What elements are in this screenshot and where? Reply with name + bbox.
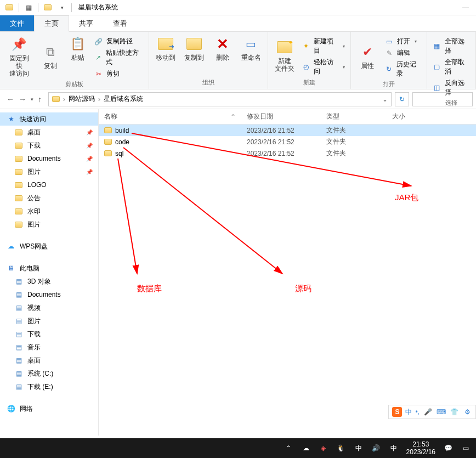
ribbon-group-new: 新建 文件夹 ✦ 新建项目▾ ◴ 轻松访问▾ 新建 — [268, 32, 351, 89]
ime-taskbar-icon[interactable]: 中 — [354, 443, 364, 453]
security-icon[interactable]: ◈ — [319, 443, 328, 453]
folder-qat-icon[interactable] — [43, 3, 53, 13]
select-none-button[interactable]: ▢ 全部取消 — [432, 57, 471, 77]
edit-button[interactable]: ✎ 编辑 — [384, 48, 422, 58]
tray-up-icon[interactable]: ⌃ — [284, 443, 293, 453]
col-name[interactable]: 名称⌃ — [99, 109, 241, 124]
keyboard-icon[interactable]: ⌨ — [436, 407, 446, 417]
refresh-button[interactable]: ↻ — [395, 92, 409, 106]
move-to-button[interactable]: ➜ 移动到 — [154, 34, 178, 63]
folder-icon — [14, 220, 23, 229]
mic-icon[interactable]: 🎤 — [423, 407, 433, 417]
onedrive-icon[interactable]: ☁ — [301, 443, 311, 453]
move-to-icon: ➜ — [157, 35, 174, 53]
skin-icon[interactable]: 👕 — [449, 407, 459, 417]
sidebar-item[interactable]: ▤图片 — [0, 314, 98, 327]
properties-qat-icon[interactable]: ▦ — [24, 3, 33, 13]
notifications-icon[interactable]: 💬 — [443, 443, 453, 453]
sogou-icon[interactable]: S — [392, 407, 402, 417]
tab-home[interactable]: 主页 — [34, 15, 69, 32]
pin-to-quick-button[interactable]: 📌 固定到快 速访问 — [4, 34, 34, 79]
toolbox-icon[interactable]: ⚙ — [462, 407, 472, 417]
drive-icon: ▤ — [14, 330, 23, 338]
delete-button[interactable]: ✕ 删除 — [211, 34, 235, 63]
back-button[interactable]: ← — [7, 95, 14, 104]
pc-icon: 🖥 — [7, 264, 15, 273]
breadcrumb[interactable]: › 网站源码 › 星盾域名系统 ⌄ — [48, 92, 392, 106]
cut-button[interactable]: ✂ 剪切 — [93, 69, 144, 79]
qat-customize-icon[interactable]: ▾ — [57, 3, 67, 13]
sidebar: ★ 快速访问 桌面📌下载📌Documents📌图片📌LOGO公告水印图片 ☁ W… — [0, 109, 99, 436]
open-button[interactable]: ▭ 打开▾ — [384, 36, 422, 47]
sidebar-item[interactable]: ▤音乐 — [0, 341, 98, 354]
tab-share[interactable]: 共享 — [69, 15, 103, 31]
star-icon: ★ — [7, 115, 15, 123]
sidebar-item[interactable]: ▤Documents — [0, 288, 98, 301]
svg-line-1 — [123, 148, 282, 274]
annotation-src: 源码 — [295, 284, 311, 294]
sidebar-item[interactable]: ▤视频 — [0, 301, 98, 314]
paste-button[interactable]: 📋 粘贴 — [67, 34, 89, 63]
minimize-button[interactable]: — — [457, 0, 474, 15]
sidebar-item[interactable]: 桌面📌 — [0, 126, 98, 139]
sidebar-item[interactable]: LOGO — [0, 178, 98, 191]
table-row[interactable]: build2023/2/16 21:52文件夹 — [99, 125, 476, 136]
sidebar-item[interactable]: 图片 — [0, 218, 98, 231]
sidebar-network[interactable]: 🌐 网络 — [0, 402, 98, 415]
copy-to-icon — [185, 35, 203, 53]
cut-icon: ✂ — [94, 70, 103, 78]
sidebar-item[interactable]: ▤下载 (E:) — [0, 380, 98, 393]
table-row[interactable]: sql2023/2/16 21:52文件夹 — [99, 148, 476, 159]
volume-icon[interactable]: 🔊 — [371, 443, 381, 453]
paste-shortcut-button[interactable]: ↗ 粘贴快捷方式 — [93, 48, 144, 67]
folder-icon — [14, 194, 23, 202]
new-item-button[interactable]: ✦ 新建项目▾ — [301, 36, 346, 56]
table-row[interactable]: code2023/2/16 21:52文件夹 — [99, 136, 476, 148]
select-all-button[interactable]: ▦ 全部选择 — [432, 36, 471, 56]
new-folder-button[interactable]: 新建 文件夹 — [273, 34, 297, 77]
up-button[interactable]: ↑ — [38, 95, 42, 104]
col-type[interactable]: 类型 — [321, 109, 387, 124]
sidebar-item[interactable]: 图片📌 — [0, 165, 98, 178]
properties-button[interactable]: ✔ 属性 — [355, 34, 379, 79]
sidebar-item[interactable]: Documents📌 — [0, 152, 98, 165]
folder-icon — [104, 139, 112, 145]
punct-button[interactable]: •, — [415, 408, 420, 416]
edit-icon: ✎ — [385, 49, 394, 58]
copy-to-button[interactable]: 复制到 — [182, 34, 206, 63]
sidebar-item[interactable]: 下载📌 — [0, 139, 98, 152]
copy-button[interactable]: ⧉ 复制 — [38, 34, 63, 79]
forward-button[interactable]: → — [19, 95, 26, 104]
open-group-label: 打开 — [383, 79, 395, 89]
clock[interactable]: 21:53 2023/2/16 — [406, 440, 435, 456]
sidebar-item[interactable]: ▤系统 (C:) — [0, 367, 98, 380]
col-date[interactable]: 修改日期 — [241, 109, 321, 124]
sidebar-item[interactable]: ▤3D 对象 — [0, 275, 98, 288]
ime-mode-icon[interactable]: 中 — [389, 443, 399, 453]
sidebar-item[interactable]: ▤桌面 — [0, 354, 98, 367]
col-size[interactable]: 大小 — [387, 109, 430, 124]
folder-icon — [14, 207, 23, 216]
copy-path-button[interactable]: 🔗 复制路径 — [93, 36, 144, 47]
chevron-down-icon[interactable]: ⌄ — [382, 95, 388, 103]
easy-access-button[interactable]: ◴ 轻松访问▾ — [301, 57, 346, 77]
search-input[interactable] — [412, 92, 473, 106]
rename-button[interactable]: ▭ 重命名 — [239, 34, 263, 63]
sidebar-this-pc[interactable]: 🖥 此电脑 — [0, 262, 98, 275]
ribbon-group-organize: ➜ 移动到 复制到 ✕ 删除 ▭ 重命名 组织 — [149, 32, 268, 89]
history-button[interactable]: ↻ 历史记录 — [384, 59, 422, 79]
tab-file[interactable]: 文件 — [0, 15, 34, 31]
drive-icon: ▤ — [14, 290, 23, 299]
sidebar-item[interactable]: ▤下载 — [0, 327, 98, 341]
sidebar-item[interactable]: 水印 — [0, 205, 98, 218]
sidebar-item[interactable]: 公告 — [0, 191, 98, 205]
tab-view[interactable]: 查看 — [103, 15, 137, 31]
drive-icon: ▤ — [14, 343, 23, 352]
zhong-button[interactable]: 中 — [405, 408, 412, 417]
sidebar-wps[interactable]: ☁ WPS网盘 — [0, 240, 98, 253]
easy-access-icon: ◴ — [302, 63, 310, 71]
action-center-icon[interactable]: ▭ — [461, 443, 471, 453]
qq-icon[interactable]: 🐧 — [336, 443, 346, 453]
recent-button[interactable]: ▾ — [31, 97, 33, 102]
sidebar-quick-access[interactable]: ★ 快速访问 — [0, 112, 98, 126]
